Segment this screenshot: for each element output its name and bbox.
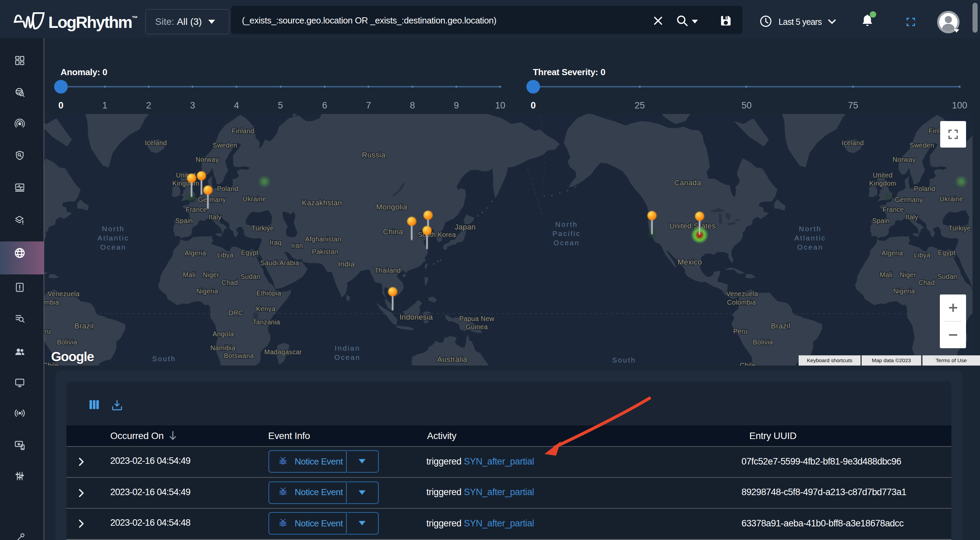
svg-text:Tanzania: Tanzania bbox=[253, 318, 280, 326]
svg-text:Colombia: Colombia bbox=[44, 299, 59, 306]
svg-text:Ocean: Ocean bbox=[334, 353, 361, 361]
svg-text:Mali: Mali bbox=[183, 271, 196, 278]
svg-text:Algeria: Algeria bbox=[882, 249, 903, 257]
svg-text:Australia: Australia bbox=[437, 355, 468, 364]
svg-text:Libya: Libya bbox=[914, 251, 930, 259]
svg-text:Brazil: Brazil bbox=[75, 322, 94, 330]
svg-text:Afghanistan: Afghanistan bbox=[305, 235, 341, 243]
svg-text:Iceland: Iceland bbox=[145, 139, 167, 146]
svg-text:Poland: Poland bbox=[914, 185, 935, 192]
svg-text:Saudi Arabia: Saudi Arabia bbox=[260, 259, 299, 267]
svg-text:Ukraine: Ukraine bbox=[243, 195, 266, 203]
svg-text:Atlantic: Atlantic bbox=[98, 234, 129, 242]
svg-text:Ethiopia: Ethiopia bbox=[256, 289, 282, 297]
svg-text:Guinea: Guinea bbox=[466, 323, 488, 330]
svg-text:Kenya: Kenya bbox=[256, 305, 275, 313]
svg-text:Italy: Italy bbox=[905, 213, 918, 221]
svg-text:Colombia: Colombia bbox=[727, 299, 756, 306]
svg-text:South: South bbox=[612, 356, 636, 364]
svg-text:South: South bbox=[152, 355, 176, 362]
svg-text:Iceland: Iceland bbox=[842, 139, 864, 146]
svg-text:Türkiye: Türkiye bbox=[251, 224, 274, 232]
svg-text:Finland: Finland bbox=[232, 127, 254, 135]
svg-text:Indian: Indian bbox=[334, 344, 360, 352]
svg-text:Germany: Germany bbox=[198, 196, 226, 203]
svg-text:Niger: Niger bbox=[203, 271, 219, 278]
svg-text:Brazil: Brazil bbox=[771, 322, 791, 330]
svg-text:Ukraine: Ukraine bbox=[940, 195, 963, 203]
svg-text:Angola: Angola bbox=[213, 330, 234, 338]
svg-text:Chad: Chad bbox=[918, 279, 935, 286]
svg-text:Türkiye: Türkiye bbox=[948, 224, 971, 232]
svg-text:Egypt: Egypt bbox=[938, 249, 956, 256]
svg-text:Chile: Chile bbox=[740, 362, 756, 365]
svg-text:Russia: Russia bbox=[362, 151, 385, 159]
svg-text:Sweden: Sweden bbox=[910, 141, 934, 149]
svg-text:Bolivia: Bolivia bbox=[57, 338, 77, 346]
svg-text:Libya: Libya bbox=[217, 251, 234, 259]
svg-text:Norway: Norway bbox=[892, 156, 916, 163]
svg-text:Bolivia: Bolivia bbox=[753, 338, 773, 346]
svg-text:Nigeria: Nigeria bbox=[893, 287, 915, 295]
svg-text:Ocean: Ocean bbox=[797, 243, 824, 251]
svg-text:Iran: Iran bbox=[291, 242, 303, 249]
svg-text:DRC: DRC bbox=[228, 309, 243, 317]
svg-text:Botswana: Botswana bbox=[224, 352, 254, 359]
svg-text:Mongolia: Mongolia bbox=[376, 203, 407, 211]
svg-text:Pakistan: Pakistan bbox=[312, 248, 338, 256]
svg-text:France: France bbox=[883, 206, 904, 213]
svg-text:Sweden: Sweden bbox=[213, 141, 237, 149]
svg-text:Peru: Peru bbox=[733, 327, 748, 335]
svg-text:Kingdom: Kingdom bbox=[869, 179, 896, 187]
svg-text:Thailand: Thailand bbox=[374, 267, 401, 274]
svg-text:North: North bbox=[555, 220, 578, 228]
svg-text:Germany: Germany bbox=[895, 196, 923, 203]
svg-text:Mexico: Mexico bbox=[678, 258, 702, 266]
svg-text:Venezuela: Venezuela bbox=[48, 290, 80, 297]
svg-text:North: North bbox=[799, 225, 821, 233]
svg-text:Algeria: Algeria bbox=[185, 249, 206, 257]
svg-text:Peru: Peru bbox=[44, 327, 51, 335]
svg-text:Nigeria: Nigeria bbox=[196, 287, 218, 295]
svg-text:Ocean: Ocean bbox=[554, 239, 580, 246]
svg-text:Sudan: Sudan bbox=[240, 273, 260, 280]
svg-text:Madagascar: Madagascar bbox=[264, 348, 302, 356]
svg-text:Japan: Japan bbox=[455, 223, 476, 231]
svg-text:Egypt: Egypt bbox=[241, 249, 259, 256]
svg-text:Niger: Niger bbox=[900, 271, 916, 278]
svg-text:Sudan: Sudan bbox=[937, 273, 957, 280]
svg-text:Venezuela: Venezuela bbox=[726, 290, 758, 297]
svg-text:North: North bbox=[102, 225, 124, 233]
svg-text:Chad: Chad bbox=[221, 279, 238, 286]
svg-text:Papua New: Papua New bbox=[459, 315, 495, 322]
svg-text:Spain: Spain bbox=[175, 217, 192, 224]
svg-text:Italy: Italy bbox=[208, 213, 221, 221]
svg-text:China: China bbox=[383, 227, 403, 236]
svg-text:Norway: Norway bbox=[196, 156, 219, 163]
svg-text:Mali: Mali bbox=[880, 271, 892, 278]
svg-text:Namibia: Namibia bbox=[210, 344, 235, 352]
svg-text:France: France bbox=[186, 206, 207, 213]
svg-text:Pacific: Pacific bbox=[553, 230, 581, 237]
svg-text:United States: United States bbox=[669, 222, 716, 230]
svg-text:Kazakhstan: Kazakhstan bbox=[302, 199, 342, 207]
svg-text:India: India bbox=[338, 260, 355, 268]
svg-text:Ocean: Ocean bbox=[100, 243, 127, 251]
svg-text:Iraq: Iraq bbox=[270, 239, 282, 246]
svg-text:Poland: Poland bbox=[217, 185, 239, 192]
svg-text:United: United bbox=[873, 172, 892, 179]
svg-text:Indonesia: Indonesia bbox=[399, 313, 433, 321]
svg-text:Spain: Spain bbox=[872, 217, 889, 224]
svg-text:Atlantic: Atlantic bbox=[795, 234, 826, 242]
svg-text:Canada: Canada bbox=[675, 178, 701, 187]
